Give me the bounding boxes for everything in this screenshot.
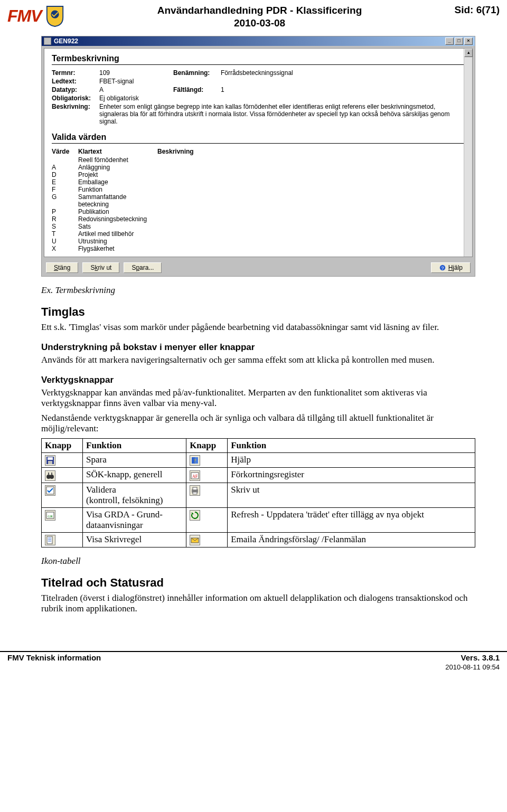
label-ledtext: Ledtext:	[52, 78, 99, 85]
header-title: Användarhandledning PDR - Klassificering…	[65, 4, 455, 30]
svg-text:?: ?	[194, 458, 196, 464]
value-beskrivning: Enheter som enligt gängse begrepp inte k…	[99, 103, 465, 125]
page-header: FMV Användarhandledning PDR - Klassifice…	[0, 0, 507, 32]
valida-row: FFunktion	[52, 186, 465, 193]
cell-knapp-right	[186, 483, 228, 507]
valida-klartext: Projekt	[78, 171, 157, 178]
grda-icon[interactable]: GR	[45, 510, 55, 521]
scroll-up-button[interactable]: ▴	[464, 49, 473, 57]
ikon-table-row: GRVisa GRDA - Grund-dataanvisningarRefre…	[42, 507, 475, 532]
ikon-table-row: SÖK-knapp, generellAFFörkortningsregiste…	[42, 468, 475, 483]
valida-row: DProjekt	[52, 171, 465, 178]
valida-header-row: Värde Klartext Beskrivning	[52, 148, 465, 155]
valida-row: TArtikel med tillbehör	[52, 230, 465, 238]
valida-table: Värde Klartext Beskrivning Reell förnöde…	[52, 148, 465, 252]
valida-varde: E	[52, 178, 78, 186]
th-funktion2: Funktion	[228, 439, 475, 453]
valida-row: Reell förnödenhet	[52, 156, 465, 164]
svg-point-8	[50, 475, 54, 479]
page-number: Sid: 6(71)	[454, 4, 500, 16]
page-footer: FMV Teknisk information Vers. 3.8.1 2010…	[0, 651, 507, 674]
valida-row: RRedovisningsbeteckning	[52, 215, 465, 223]
valida-row: SSats	[52, 223, 465, 230]
valida-beskrivning	[157, 156, 465, 164]
valida-beskrivning	[157, 186, 465, 193]
col-klartext: Klartext	[78, 148, 157, 155]
svg-rect-15	[193, 487, 197, 490]
cell-funktion-left: Spara	[83, 453, 186, 468]
label-faltlangd: Fältlängd:	[173, 86, 221, 93]
maximize-button[interactable]: □	[455, 37, 463, 45]
logo-area: FMV	[7, 4, 65, 27]
svg-rect-10	[51, 473, 52, 475]
svg-rect-16	[193, 492, 197, 494]
cell-knapp-left	[42, 483, 83, 507]
fmv-logo-text: FMV	[7, 6, 42, 26]
cell-funktion-right: Förkortningsregister	[228, 468, 475, 483]
valida-varde: A	[52, 164, 78, 171]
caption-ikontabell: Ikon-tabell	[41, 556, 475, 566]
validate-icon[interactable]	[45, 485, 55, 496]
valida-beskrivning	[157, 208, 465, 215]
cell-funktion-left: Visa Skrivregel	[83, 532, 186, 547]
ikon-table: Knapp Funktion Knapp Funktion Spara?Hjäl…	[41, 438, 475, 547]
refresh-icon[interactable]	[190, 510, 200, 521]
cell-funktion-left: SÖK-knapp, generell	[83, 468, 186, 483]
valida-varde: R	[52, 215, 78, 223]
valida-beskrivning	[157, 193, 465, 208]
footer-right: Vers. 3.8.1 2010-08-11 09:54	[445, 653, 500, 671]
app-window: GEN922 _ □ × ▴ Termbeskrivning Termnr: 1…	[41, 36, 475, 277]
valida-klartext: Sammanfattande beteckning	[78, 193, 157, 208]
cell-knapp-right: AF	[186, 468, 228, 483]
valida-varde	[52, 156, 78, 164]
col-varde: Värde	[52, 148, 78, 155]
hjalp-button[interactable]: ?Hjälp	[431, 262, 471, 273]
cell-funktion-right: Emaila Ändringsförslag/ /Felanmälan	[228, 532, 475, 547]
binoculars-icon[interactable]	[45, 470, 55, 481]
valida-row: UUtrustning	[52, 238, 465, 245]
print-icon[interactable]	[190, 485, 200, 496]
stang-button[interactable]: Stäng	[46, 262, 78, 273]
label-beskrivning: Beskrivning:	[52, 103, 99, 125]
svg-rect-5	[48, 461, 52, 464]
valida-beskrivning	[157, 230, 465, 238]
valida-klartext: Utrustning	[78, 238, 157, 245]
cell-knapp-right	[186, 507, 228, 532]
label-termnr: Termnr:	[52, 69, 99, 77]
abbrev-icon[interactable]: AF	[190, 470, 200, 481]
cell-knapp-left	[42, 532, 83, 547]
email-icon[interactable]	[190, 535, 200, 545]
valida-varde: G	[52, 193, 78, 208]
value-faltlangd: 1	[221, 86, 465, 93]
scrollbar[interactable]: ▴	[464, 49, 472, 257]
para-understrykning: Används för att markera navigeringsalter…	[41, 355, 475, 365]
help-book-icon[interactable]: ?	[190, 455, 200, 466]
heading-understrykning: Understrykning på bokstav i menyer eller…	[41, 342, 475, 353]
valida-varde: T	[52, 230, 78, 238]
save-icon[interactable]	[45, 455, 55, 466]
window-title: GEN922	[54, 37, 78, 45]
spara-button[interactable]: Spara...	[124, 262, 162, 273]
value-datatyp: A	[99, 86, 173, 93]
close-button[interactable]: ×	[464, 37, 473, 45]
svg-text:?: ?	[441, 266, 444, 271]
heading-verktygsknappar: Verktygsknappar	[41, 375, 475, 385]
value-obligatorisk: Ej obligatorisk	[99, 95, 465, 102]
skrivut-button[interactable]: Skriv ut	[82, 262, 119, 273]
writerule-icon[interactable]	[45, 535, 55, 545]
help-icon: ?	[439, 264, 446, 271]
valida-klartext: Emballage	[78, 178, 157, 186]
cell-funktion-right: Hjälp	[228, 453, 475, 468]
ikon-table-row: Visa SkrivregelEmaila Ändringsförslag/ /…	[42, 532, 475, 547]
button-bar: Stäng Skriv ut Spara... ?Hjälp	[42, 259, 475, 277]
section-valida: Valida värden	[52, 133, 465, 144]
valida-klartext: Anläggning	[78, 164, 157, 171]
minimize-button[interactable]: _	[445, 37, 454, 45]
valida-varde: S	[52, 223, 78, 230]
valida-row: GSammanfattande beteckning	[52, 193, 465, 208]
cell-knapp-left	[42, 468, 83, 483]
svg-text:GR: GR	[48, 514, 53, 518]
valida-klartext: Publikation	[78, 208, 157, 215]
content-panel: ▴ Termbeskrivning Termnr: 109 Benämning:…	[44, 48, 473, 257]
cell-knapp-left	[42, 453, 83, 468]
